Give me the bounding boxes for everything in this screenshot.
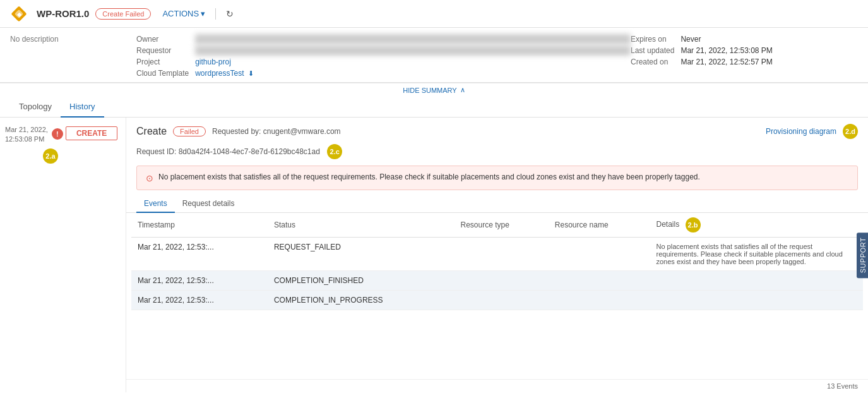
logo-icon: ◆ [10,5,28,23]
left-panel: Mar 21, 2022, 12:53:08 PM ! CREATE 2.a [0,118,126,392]
chevron-down-icon: ▾ [201,9,205,18]
cloud-template-value[interactable]: wordpressTest [195,68,244,78]
error-indicator: ! [52,128,63,140]
actions-button[interactable]: ACTIONS ▾ [162,9,205,18]
tab-topology[interactable]: Topology [10,97,61,118]
created-value: Mar 21, 2022, 12:52:57 PM [681,57,858,67]
last-updated-value: Mar 21, 2022, 12:53:08 PM [681,45,858,56]
project-label: Project [136,57,189,67]
col-resource-type: Resource type [455,213,549,238]
svg-text:◆: ◆ [16,11,22,18]
events-count: 13 Events [126,379,868,392]
app-title: WP-ROR1.0 [37,8,89,19]
cloud-template-label: Cloud Template [136,68,189,78]
history-date: Mar 21, 2022, 12:53:08 PM [5,125,48,145]
chevron-up-icon: ∧ [460,86,465,94]
main-content: Mar 21, 2022, 12:53:08 PM ! CREATE 2.a C… [0,118,868,392]
requestor-label: Requestor [136,45,189,56]
annotation-2b: 2.b [686,217,701,233]
last-updated-label: Last updated [631,45,674,56]
refresh-icon[interactable]: ↻ [226,9,234,19]
col-status: Status [268,213,455,238]
project-value[interactable]: github-proj [195,57,631,67]
requestor-value: requestor_hidden_text [195,45,631,56]
requested-by: Requested by: cnugent@vmware.com [212,127,341,136]
create-header: Create Failed Requested by: cnugent@vmwa… [126,118,868,143]
request-id-row: Request ID: 8d0a42f4-1048-4ec7-8e7d-6129… [126,143,868,163]
history-item: Mar 21, 2022, 12:53:08 PM ! CREATE [5,125,121,145]
hide-summary-button[interactable]: HIDE SUMMARY ∧ [0,83,868,97]
download-icon[interactable]: ⬇ [248,70,254,78]
provisioning-diagram-link[interactable]: Provisioning diagram [766,127,836,136]
right-panel: Create Failed Requested by: cnugent@vmwa… [126,118,868,392]
error-message: No placement exists that satisfies all o… [158,172,700,181]
col-resource-name: Resource name [549,213,650,238]
owner-value: owner_hidden_text [195,34,631,44]
sub-tab-request-details[interactable]: Request details [175,195,242,213]
expires-value: Never [681,34,858,44]
tabs-bar: Topology History [0,97,868,118]
request-id: Request ID: 8d0a42f4-1048-4ec7-8e7d-6129… [136,147,320,156]
warning-icon: ⊙ [146,173,153,183]
support-tab[interactable]: SUPPORT [857,232,868,277]
summary-section: No description Owner owner_hidden_text R… [0,28,868,83]
summary-right: Expires on Never Last updated Mar 21, 20… [631,34,858,78]
events-data-table: Timestamp Status Resource type Resource … [131,213,863,310]
annotation-2c: 2.c [327,144,342,159]
status-badge: Create Failed [95,8,151,20]
annotation-2d: 2.d [843,124,858,139]
top-bar: ◆ WP-ROR1.0 Create Failed ACTIONS ▾ ↻ [0,0,868,28]
create-title: Create [136,126,167,137]
created-label: Created on [631,57,674,67]
col-timestamp: Timestamp [131,213,268,238]
create-button[interactable]: CREATE [66,126,117,140]
summary-left: No description [10,34,136,78]
events-table[interactable]: Timestamp Status Resource type Resource … [131,213,863,379]
sub-tab-events[interactable]: Events [136,195,175,213]
divider [215,8,216,20]
no-description: No description [10,35,59,44]
failed-badge: Failed [173,126,206,136]
error-banner: ⊙ No placement exists that satisfies all… [136,166,858,190]
table-row: Mar 21, 2022, 12:53:...COMPLETION_FINISH… [131,271,863,291]
tab-history[interactable]: History [61,97,104,118]
expires-label: Expires on [631,34,674,44]
annotation-2a: 2.a [43,148,58,164]
col-details: Details 2.b [650,213,863,238]
summary-middle: Owner owner_hidden_text Requestor reques… [136,34,631,78]
owner-label: Owner [136,34,189,44]
table-header-row: Timestamp Status Resource type Resource … [131,213,863,238]
table-row: Mar 21, 2022, 12:53:...REQUEST_FAILEDNo … [131,238,863,271]
sub-tabs-bar: Events Request details [126,195,868,213]
table-row: Mar 21, 2022, 12:53:...COMPLETION_IN_PRO… [131,291,863,310]
